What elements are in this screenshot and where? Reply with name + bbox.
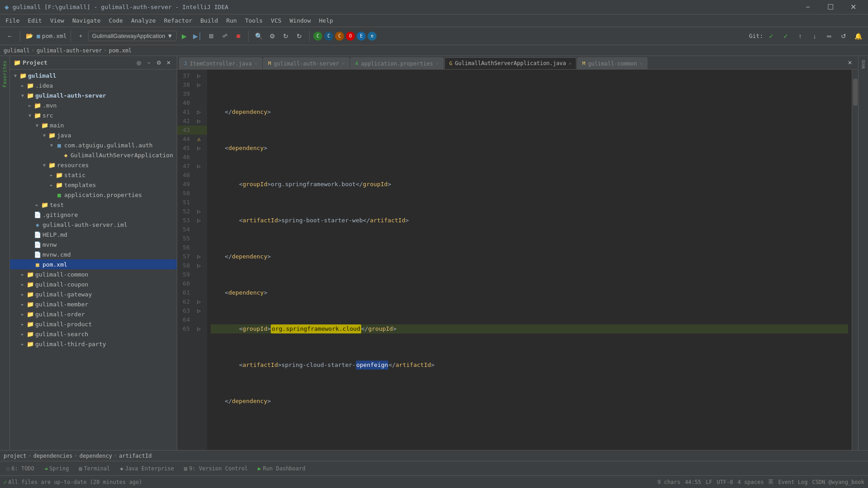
tab-item-app-props[interactable]: A application.properties ✕ — [350, 57, 443, 69]
git-push-button[interactable]: ↓ — [808, 30, 821, 42]
tree-item-iml[interactable]: ► ◆ gulimall-auth-server.iml — [10, 220, 177, 230]
bottom-tab-run-dashboard[interactable]: ▶ Run Dashboard — [253, 462, 310, 475]
menu-navigate[interactable]: Navigate — [69, 16, 104, 25]
browser-chrome-blue[interactable]: C — [324, 32, 333, 41]
stop-button[interactable]: ■ — [232, 30, 245, 42]
menu-code[interactable]: Code — [105, 16, 127, 25]
tab-item-common[interactable]: M gulimall-common ✕ — [577, 57, 647, 69]
path-dependency[interactable]: dependency — [80, 453, 112, 459]
path-artifact-id[interactable]: artifactId — [119, 453, 151, 459]
debug-button[interactable]: ▶│ — [191, 30, 204, 42]
tree-item-java[interactable]: ▼ 📁 java — [10, 130, 177, 140]
tree-item-mvn[interactable]: ► 📁 .mvn — [10, 100, 177, 110]
browser-ie[interactable]: e — [368, 32, 377, 41]
sidebar-locate-button[interactable]: ◎ — [134, 58, 143, 67]
menu-vcs[interactable]: VCS — [267, 16, 285, 25]
right-tab-web[interactable]: Web — [859, 58, 867, 70]
path-dependencies[interactable]: dependencies — [33, 453, 73, 459]
browser-chrome-green[interactable]: C — [313, 32, 322, 41]
bottom-tab-version-control[interactable]: ▤ 9: Version Control — [179, 462, 252, 475]
menu-analyze[interactable]: Analyze — [127, 16, 160, 25]
tree-item-mvnw-cmd[interactable]: ► 📄 mvnw.cmd — [10, 249, 177, 259]
settings-button[interactable]: ⚙ — [266, 30, 278, 42]
left-tab-favorites[interactable]: Favorites — [1, 58, 9, 90]
back-button[interactable]: ← — [4, 30, 16, 42]
breadcrumb-pom[interactable]: pom.xml — [109, 47, 132, 54]
bottom-tab-java-enterprise[interactable]: ◆ Java Enterprise — [115, 462, 179, 475]
sidebar-settings-button[interactable]: ⚙ — [154, 58, 163, 67]
browser-edge[interactable]: E — [357, 32, 366, 41]
menu-help[interactable]: Help — [316, 16, 337, 25]
tree-item-resources[interactable]: ▼ 📁 resources — [10, 160, 177, 170]
tree-item-package[interactable]: ▼ ■ com.atguigu.gulimall.auth — [10, 140, 177, 150]
status-chars[interactable]: 9 chars — [657, 478, 680, 486]
coverage-button[interactable]: ▨ — [205, 30, 217, 42]
tree-item-templates[interactable]: ► 📁 templates — [10, 180, 177, 190]
menu-refactor[interactable]: Refactor — [160, 16, 196, 25]
add-config-button[interactable]: + — [75, 30, 87, 42]
tree-item-gitignore[interactable]: ► 📄 .gitignore — [10, 210, 177, 220]
bottom-tab-terminal[interactable]: ▨ Terminal — [74, 462, 114, 475]
tab-item-controller[interactable]: J ItemController.java ✕ — [179, 57, 262, 69]
tree-item-help[interactable]: ► 📄 HELP.md — [10, 230, 177, 239]
bottom-tab-todo[interactable]: ☐ 6: TODO — [2, 462, 39, 475]
tree-item-main[interactable]: ▼ 📁 main — [10, 120, 177, 130]
tree-item-pom[interactable]: ► ■ pom.xml — [10, 259, 177, 269]
tree-item-main-class[interactable]: ► ◆ GulimallAuthServerApplication — [10, 150, 177, 160]
tab-close-gulimall-app[interactable]: ✕ — [569, 61, 571, 66]
vcs-refresh-button[interactable]: ↻ — [293, 30, 306, 42]
tab-close-app-props[interactable]: ✕ — [436, 61, 439, 66]
path-project[interactable]: project — [4, 453, 27, 459]
tab-close-controller[interactable]: ✕ — [255, 61, 257, 66]
breadcrumb-auth-server[interactable]: gulimall-auth-server — [37, 47, 102, 54]
status-position[interactable]: 44:55 — [685, 478, 701, 486]
status-indent[interactable]: 4 spaces — [738, 478, 764, 486]
status-event-log[interactable]: Event Log — [778, 478, 807, 486]
menu-window[interactable]: Window — [286, 16, 315, 25]
menu-file[interactable]: File — [2, 16, 23, 25]
minimize-button[interactable]: − — [797, 0, 818, 14]
editor-scrollbar[interactable] — [852, 70, 858, 450]
tree-item-gateway[interactable]: ► 📁 gulimall-gateway — [10, 289, 177, 299]
tree-item-app-props[interactable]: ► ■ application.properties — [10, 190, 177, 200]
browser-chrome-orange[interactable]: C — [335, 32, 344, 41]
tree-item-order[interactable]: ► 📁 gulimall-order — [10, 309, 177, 319]
git-update-button[interactable]: ↑ — [794, 30, 807, 42]
run-button[interactable]: ▶ — [178, 30, 190, 42]
editor-close-all-button[interactable]: ✕ — [844, 56, 856, 69]
maximize-button[interactable]: ☐ — [820, 0, 841, 14]
sidebar-collapse-button[interactable]: − — [144, 58, 153, 67]
browser-opera[interactable]: O — [346, 32, 355, 41]
tab-item-gulimall-app[interactable]: G GulimallAuthServerApplication.java ✕ — [444, 57, 576, 69]
run-config-dropdown[interactable]: GulimallGatewayApplication ▼ — [88, 31, 177, 41]
status-lf[interactable]: LF — [706, 478, 712, 486]
title-bar-controls[interactable]: − ☐ ✕ — [797, 0, 863, 14]
git-revert-button[interactable]: ↺ — [837, 30, 850, 42]
git-check-button[interactable]: ✓ — [765, 30, 778, 42]
sidebar-close-button[interactable]: ✕ — [164, 58, 173, 67]
status-encoding[interactable]: UTF-8 — [717, 478, 733, 486]
menu-build[interactable]: Build — [197, 16, 222, 25]
tree-item-idea[interactable]: ► 📁 .idea — [10, 80, 177, 90]
close-button[interactable]: ✕ — [843, 0, 863, 14]
tree-item-coupon[interactable]: ► 📁 gulimall-coupon — [10, 279, 177, 289]
tree-item-third-party[interactable]: ► 📁 gulimall-third-party — [10, 339, 177, 349]
menu-view[interactable]: View — [47, 16, 68, 25]
scrollbar-thumb[interactable] — [853, 79, 858, 106]
menu-run[interactable]: Run — [222, 16, 240, 25]
tab-close-auth-server[interactable]: ✕ — [342, 61, 344, 66]
tree-item-test[interactable]: ► 📁 test — [10, 200, 177, 210]
git-ok-button[interactable]: ✓ — [779, 30, 792, 42]
breadcrumb-gulimall[interactable]: gulimall — [4, 47, 30, 54]
tree-item-static[interactable]: ► 📁 static — [10, 170, 177, 180]
code-content[interactable]: </dependency> <dependency> <groupId>org.… — [207, 70, 852, 450]
tree-item-gulimall[interactable]: ▼ 📁 gulimall — [10, 70, 177, 80]
code-editor[interactable]: 37▷ 38▷ 39 40 41▷ 42▷ 43 — [177, 70, 858, 450]
profile-button[interactable]: ☍ — [218, 30, 231, 42]
refresh-button[interactable]: ↻ — [279, 30, 292, 42]
search-button[interactable]: 🔍 — [252, 30, 265, 42]
git-history-button[interactable]: ═ — [823, 30, 835, 42]
tree-item-src[interactable]: ▼ 📁 src — [10, 110, 177, 120]
notifications-button[interactable]: 🔔 — [852, 30, 864, 42]
bottom-tab-spring[interactable]: ◄ Spring — [40, 462, 74, 475]
